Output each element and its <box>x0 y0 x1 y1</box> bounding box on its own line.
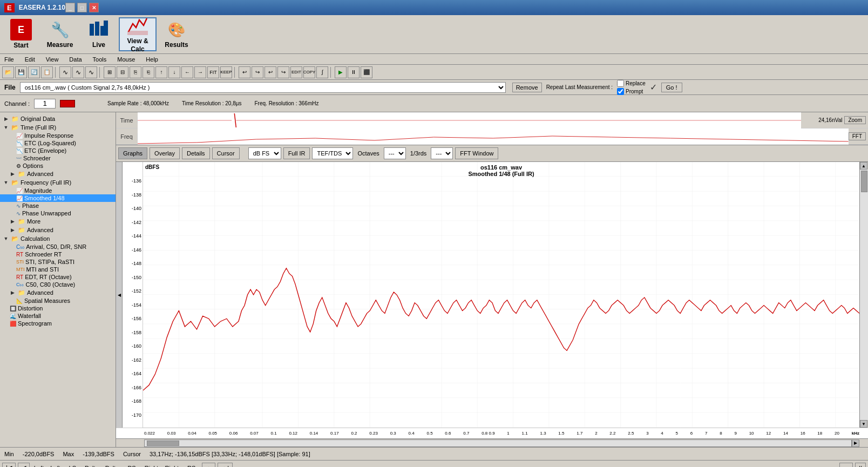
tree-item-mti[interactable]: MTI MTI and STI <box>0 266 116 273</box>
tab-details[interactable]: Details <box>182 147 210 159</box>
tree-item-smoothed[interactable]: 📈 Smoothed 1/48 <box>0 194 116 202</box>
window-controls[interactable]: _ □ ✕ <box>65 3 99 12</box>
v-scrollbar[interactable]: ▲ ▼ <box>859 162 868 428</box>
menu-mouse[interactable]: Mouse <box>115 55 137 64</box>
menu-data[interactable]: Data <box>67 55 84 64</box>
bt-up-arrow[interactable]: ▲ <box>202 463 215 468</box>
octaves-select[interactable]: --- <box>384 147 406 159</box>
scroll-track[interactable] <box>860 170 868 420</box>
minimize-btn[interactable]: _ <box>65 3 75 12</box>
tab-graphs[interactable]: Graphs <box>118 147 147 159</box>
tree-item-edt-rt[interactable]: RT EDT, RT (Octave) <box>0 273 116 281</box>
channel-input[interactable] <box>34 99 56 109</box>
tree-item-spectrogram[interactable]: 🟥 Spectrogram <box>0 320 116 327</box>
tree-item-arrival[interactable]: C₅₀ Arrival, C50, D/R, SNR <box>0 243 116 251</box>
bt-up-bar[interactable]: ▲| <box>218 463 233 468</box>
live-button[interactable]: Live <box>80 17 118 51</box>
tab-overlay[interactable]: Overlay <box>150 147 180 159</box>
tree-item-distortion[interactable]: 🔲 Distortion <box>0 304 116 312</box>
tef-tds-select[interactable]: TEF/TDS --- <box>312 147 353 159</box>
zoom-button[interactable]: Zoom <box>844 116 866 124</box>
h-scroll-track[interactable] <box>144 439 852 447</box>
thirds-select[interactable]: --- <box>431 147 453 159</box>
tb-undo[interactable]: ↩ <box>239 66 250 78</box>
tb-copy[interactable]: 📋 <box>41 66 53 78</box>
menu-edit[interactable]: Edit <box>23 55 37 64</box>
bt-left-arrow-start[interactable]: |◀ <box>2 463 16 468</box>
prompt-check[interactable]: Prompt <box>617 88 646 95</box>
tb-fit[interactable]: FIT <box>207 66 219 78</box>
bt-v-expand[interactable]: || <box>855 463 866 468</box>
tb-zoom-in[interactable]: ⊞ <box>104 66 116 78</box>
tree-item-calculation[interactable]: ▼ 📂 Calculation <box>0 234 116 243</box>
tb-keep[interactable]: KEEP <box>220 66 232 78</box>
go-button[interactable]: Go ! <box>661 83 682 92</box>
h-scrollbar[interactable]: ▶ <box>116 438 868 447</box>
tb-arrow-right[interactable]: → <box>194 66 206 78</box>
tb-paste[interactable]: ⎗ <box>143 66 154 78</box>
tb-copy3[interactable]: COPY <box>303 66 315 78</box>
tb-refresh[interactable]: 🔄 <box>28 66 40 78</box>
replace-check[interactable]: Replace <box>617 80 646 87</box>
scroll-down[interactable]: ▼ <box>860 420 867 428</box>
fft-button[interactable]: FFT <box>849 132 866 140</box>
tree-item-options[interactable]: ⚙ Options <box>0 162 116 170</box>
tb-wave3[interactable]: ∿ <box>85 66 97 78</box>
file-selector[interactable]: os116 cm_.wav ( Custom Signal 2,7s 48,0k… <box>20 82 506 93</box>
tb-arrow-left[interactable]: ← <box>181 66 193 78</box>
menu-file[interactable]: File <box>2 55 16 64</box>
menu-tools[interactable]: Tools <box>91 55 109 64</box>
start-button[interactable]: E Start <box>2 17 40 51</box>
tb-copy2[interactable]: ⎘ <box>130 66 141 78</box>
measure-button[interactable]: 🔧 Measure <box>41 17 79 51</box>
tb-redo[interactable]: ↪ <box>252 66 263 78</box>
viewcalc-button[interactable]: View &Calc <box>119 17 157 51</box>
tb-redo2[interactable]: ↪ <box>277 66 289 78</box>
tb-wave2[interactable]: ∿ <box>72 66 84 78</box>
tree-item-advanced-time[interactable]: ▶ 📁 Advanced <box>0 170 116 178</box>
menu-help[interactable]: Help <box>144 55 160 64</box>
tb-wave[interactable]: ∿ <box>59 66 71 78</box>
tb-zoom-out[interactable]: ⊟ <box>117 66 128 78</box>
tab-cursor[interactable]: Cursor <box>212 147 240 159</box>
tree-item-impulse[interactable]: 📈 Impulse Response <box>0 132 116 139</box>
tree-item-etc-log[interactable]: 📉 ETC (Log-Squared) <box>0 139 116 147</box>
maximize-btn[interactable]: □ <box>77 3 87 12</box>
tb-play[interactable]: ▶ <box>335 66 347 78</box>
tree-item-frequency-full-ir[interactable]: ▼ 📂 Frequency (Full IR) <box>0 178 116 187</box>
tree-item-advanced-freq[interactable]: ▶ 📁 Advanced <box>0 226 116 234</box>
replace-checkbox[interactable] <box>617 80 624 87</box>
tree-item-schroeder-rt[interactable]: RT Schroeder RT <box>0 251 116 258</box>
full-ir-button[interactable]: Full IR <box>283 147 310 159</box>
tb-undo2[interactable]: ↩ <box>265 66 276 78</box>
tree-item-advanced-calc[interactable]: ▶ 📁 Advanced <box>0 288 116 297</box>
bt-left-arrow[interactable]: ◀ <box>18 463 30 468</box>
tb-integral[interactable]: ∫ <box>316 66 328 78</box>
tree-item-magnitude[interactable]: 📈 Magnitude <box>0 187 116 194</box>
results-button[interactable]: 🎨 Results <box>158 17 195 51</box>
tree-item-spatial[interactable]: 📐 Spatial Measures <box>0 297 116 304</box>
tree-item-c50-c80[interactable]: C₅₀ C50, C80 (Octave) <box>0 281 116 288</box>
tb-stop[interactable]: ⬛ <box>361 66 372 78</box>
prompt-checkbox[interactable] <box>617 88 624 95</box>
scroll-up[interactable]: ▲ <box>860 162 867 170</box>
fft-window-button[interactable]: FFT Window <box>455 147 498 159</box>
h-scroll-thumb[interactable] <box>147 441 179 446</box>
tree-item-original-data[interactable]: ▶ 📁 Original Data <box>0 114 116 123</box>
tree-item-phase-unwrapped[interactable]: ∿ Phase Unwrapped <box>0 209 116 217</box>
tb-pause[interactable]: ⏸ <box>348 66 360 78</box>
tb-arrow-up[interactable]: ↑ <box>155 66 167 78</box>
collapse-tab[interactable]: ◀ <box>116 162 123 428</box>
menu-view[interactable]: View <box>44 55 61 64</box>
tree-item-time-full-ir[interactable]: ▼ 📂 Time (Full IR) <box>0 123 116 132</box>
tree-item-more[interactable]: ▶ 📁 More <box>0 217 116 226</box>
tree-item-sti[interactable]: STI STI, STIPa, RaSTI <box>0 258 116 266</box>
tb-save[interactable]: 💾 <box>15 66 27 78</box>
tb-arrow-down[interactable]: ↓ <box>168 66 180 78</box>
tree-item-etc-env[interactable]: 📉 ETC (Envelope) <box>0 147 116 154</box>
tree-item-schroeder[interactable]: 〰 Schroeder <box>0 154 116 162</box>
unit-select[interactable]: dB FS <box>248 147 281 159</box>
tb-edit[interactable]: EDIT <box>290 66 302 78</box>
tb-open[interactable]: 📂 <box>2 66 14 78</box>
scroll-thumb[interactable] <box>861 171 867 192</box>
